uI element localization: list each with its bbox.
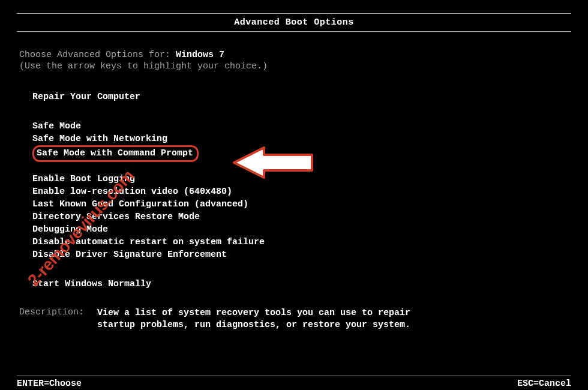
menu-group-safemode: Safe Mode Safe Mode with Networking Safe…: [32, 120, 569, 162]
menu-item-boot-logging[interactable]: Enable Boot Logging: [32, 173, 569, 185]
menu-group-advanced: Enable Boot Logging Enable low-resolutio…: [32, 173, 569, 261]
menu-item-disable-auto-restart[interactable]: Disable automatic restart on system fail…: [32, 236, 569, 248]
highlighted-wrap: Safe Mode with Command Prompt: [32, 145, 199, 162]
footer-bar: ENTER=Choose ESC=Cancel: [17, 376, 571, 389]
content-area: Choose Advanced Options for: Windows 7 (…: [0, 32, 588, 332]
menu-item-dsrm[interactable]: Directory Services Restore Mode: [32, 211, 569, 223]
hint-line: (Use the arrow keys to highlight your ch…: [19, 61, 569, 71]
menu-item-safe-mode-cmd[interactable]: Safe Mode with Command Prompt: [32, 145, 199, 162]
choose-prefix: Choose Advanced Options for:: [19, 50, 176, 60]
menu-item-debugging[interactable]: Debugging Mode: [32, 223, 569, 236]
menu-item-start-normally[interactable]: Start Windows Normally: [32, 278, 569, 290]
menu-item-disable-sig-enforce[interactable]: Disable Driver Signature Enforcement: [32, 248, 569, 261]
menu-item-repair[interactable]: Repair Your Computer: [32, 91, 569, 103]
menu-item-low-res[interactable]: Enable low-resolution video (640x480): [32, 185, 569, 198]
menu-item-safe-mode-networking[interactable]: Safe Mode with Networking: [32, 133, 569, 145]
menu-item-safe-mode[interactable]: Safe Mode: [32, 120, 569, 133]
menu-group-repair: Repair Your Computer: [32, 91, 569, 103]
footer-enter: ENTER=Choose: [17, 379, 82, 389]
boot-options-screen: Advanced Boot Options Choose Advanced Op…: [0, 13, 588, 390]
os-name: Windows 7: [176, 50, 224, 60]
choose-line: Choose Advanced Options for: Windows 7: [19, 50, 569, 60]
description-text: View a list of system recovery tools you…: [97, 307, 445, 332]
footer-esc: ESC=Cancel: [517, 379, 571, 389]
description-block: Description: View a list of system recov…: [19, 307, 569, 332]
description-label: Description:: [19, 307, 97, 332]
page-title: Advanced Boot Options: [17, 13, 571, 32]
menu-item-last-known-good[interactable]: Last Known Good Configuration (advanced): [32, 198, 569, 211]
menu-group-normal: Start Windows Normally: [32, 278, 569, 290]
